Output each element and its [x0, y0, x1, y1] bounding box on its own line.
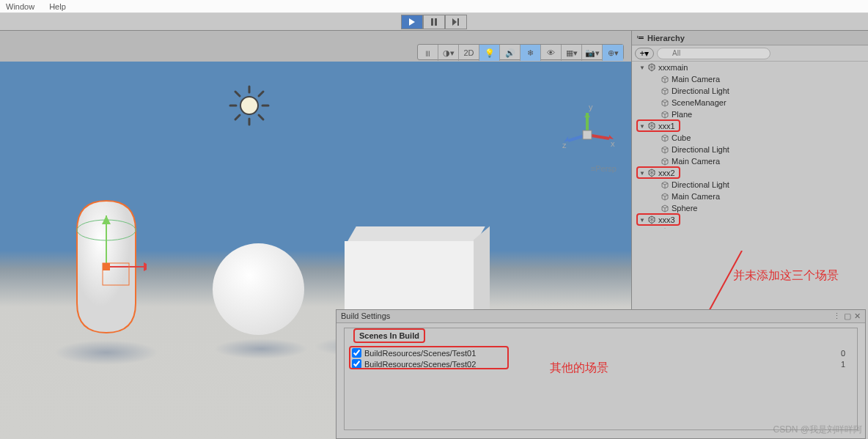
svg-rect-30 — [103, 263, 110, 270]
gameobject-icon — [660, 191, 670, 202]
scene-name-label: xxx2 — [658, 169, 675, 177]
gameobject-row[interactable]: Sphere — [632, 202, 868, 214]
scene-row[interactable]: ▼xxx2 — [632, 167, 868, 179]
unity-scene-icon — [647, 168, 657, 178]
svg-line-10 — [235, 92, 240, 96]
capsule-object[interactable] — [66, 193, 147, 340]
scene-path-label: BuildResources/Scenes/Test01 — [364, 349, 476, 358]
scene-name-label: xxxmain — [658, 63, 688, 72]
svg-text:y: y — [589, 106, 593, 111]
pause-button[interactable] — [423, 15, 445, 29]
scene-name-label: xxx1 — [658, 122, 675, 130]
build-scene-item[interactable]: BuildResources/Scenes/Test010 — [345, 347, 857, 358]
gameobject-row[interactable]: Directional Light — [632, 144, 868, 155]
lighting-toggle-icon[interactable]: 💡 — [479, 45, 500, 61]
scene-index-label: 1 — [841, 360, 850, 369]
svg-rect-2 — [435, 18, 437, 26]
panel-close-icon[interactable]: ✕ — [854, 311, 861, 321]
svg-rect-20 — [583, 130, 592, 139]
unity-scene-icon — [647, 62, 657, 73]
scene-checkbox[interactable] — [352, 348, 361, 358]
gameobject-row[interactable]: Directional Light — [632, 179, 868, 191]
annotation-not-added: 并未添加这三个场景 — [733, 268, 839, 284]
scene-row[interactable]: ▼xxxmain — [632, 62, 868, 73]
menu-help[interactable]: Help — [46, 1, 69, 12]
gameobject-icon — [660, 86, 670, 96]
scene-name-label: xxx3 — [658, 215, 675, 224]
svg-point-5 — [240, 97, 258, 114]
watermark: CSDN @我是刘咩咩阿 — [773, 424, 862, 436]
gameobject-icon — [660, 180, 670, 190]
gameobject-name-label: Cube — [672, 133, 691, 142]
scene-toolbar: ⫼ ◑▾ 2D 💡 🔊 ❄ 👁 ▦▾ 📷▾ ⊕▾ — [417, 44, 624, 60]
scene-index-label: 0 — [841, 349, 850, 358]
gameobject-icon — [660, 133, 670, 143]
scene-row[interactable]: ▼xxx3 — [632, 214, 868, 226]
menu-bar: Window Help — [0, 0, 868, 13]
unity-scene-icon — [647, 215, 657, 225]
gameobject-name-label: Main Camera — [672, 75, 720, 84]
gameobject-row[interactable]: SceneManager — [632, 97, 868, 108]
panel-menu-icon[interactable]: ⋮ — [833, 311, 841, 321]
scene-checkbox[interactable] — [352, 359, 361, 369]
hierarchy-tree[interactable]: ▼xxxmainMain CameraDirectional LightScen… — [632, 62, 868, 229]
gameobject-icon — [660, 203, 670, 213]
gameobject-icon — [660, 109, 670, 119]
gameobject-name-label: Directional Light — [672, 86, 729, 95]
gameobject-name-label: SceneManager — [672, 98, 727, 107]
directional-light-icon — [227, 84, 271, 128]
gizmos-toggle-icon[interactable]: ⊕▾ — [603, 45, 623, 61]
gameobject-row[interactable]: Main Camera — [632, 191, 868, 202]
audio-toggle-icon[interactable]: 🔊 — [500, 45, 521, 61]
svg-rect-4 — [457, 18, 459, 26]
play-button[interactable] — [401, 15, 423, 29]
build-settings-title: Build Settings — [341, 311, 390, 321]
gameobject-name-label: Plane — [672, 110, 692, 119]
scene-row[interactable]: ▼xxx1 — [632, 120, 868, 132]
gameobject-icon — [660, 144, 670, 155]
gameobject-icon — [660, 156, 670, 166]
gameobject-name-label: Sphere — [672, 204, 697, 213]
sphere-object[interactable] — [213, 243, 304, 335]
panel-maximize-icon[interactable]: ▢ — [844, 311, 851, 321]
svg-marker-28 — [144, 262, 147, 271]
gameobject-icon — [660, 74, 670, 84]
svg-marker-17 — [584, 113, 590, 117]
hierarchy-icon: ≔ — [636, 33, 644, 43]
step-button[interactable] — [445, 15, 467, 29]
play-controls-bar — [0, 13, 868, 31]
menu-window[interactable]: Window — [3, 1, 37, 12]
gameobject-row[interactable]: Directional Light — [632, 85, 868, 97]
fx-toggle-icon[interactable]: ❄ — [521, 45, 541, 61]
svg-rect-1 — [431, 18, 433, 26]
gameobject-row[interactable]: Main Camera — [632, 155, 868, 167]
camera-toggle-icon[interactable]: 📷▾ — [582, 45, 603, 61]
hierarchy-search-input[interactable] — [657, 48, 770, 59]
gameobject-row[interactable]: Cube — [632, 132, 868, 144]
svg-line-11 — [259, 115, 263, 119]
svg-text:z: z — [562, 141, 567, 150]
hierarchy-tab-label[interactable]: Hierarchy — [647, 34, 685, 43]
svg-text:x: x — [611, 139, 615, 148]
2d-toggle[interactable]: 2D — [459, 45, 479, 61]
scene-path-label: BuildResources/Scenes/Test02 — [364, 360, 476, 369]
pivot-toggle-icon[interactable]: ⫼ — [418, 45, 438, 61]
gameobject-name-label: Directional Light — [672, 180, 729, 189]
add-button[interactable]: +▾ — [635, 48, 654, 59]
gameobject-row[interactable]: Main Camera — [632, 73, 868, 85]
shading-dropdown-icon[interactable]: ◑▾ — [438, 45, 459, 61]
annotation-other-scenes: 其他的场景 — [550, 361, 608, 376]
svg-marker-0 — [409, 18, 415, 26]
hidden-toggle-icon[interactable]: 👁 — [541, 45, 562, 61]
shadow — [214, 339, 308, 359]
gameobject-row[interactable]: Plane — [632, 108, 868, 120]
svg-line-12 — [259, 92, 263, 96]
gameobject-name-label: Directional Light — [672, 145, 729, 154]
gameobject-icon — [660, 97, 670, 108]
gameobject-name-label: Main Camera — [672, 157, 720, 166]
projection-label: ≡Persp — [591, 164, 617, 173]
grid-toggle-icon[interactable]: ▦▾ — [562, 45, 582, 61]
orientation-gizmo[interactable]: yxz — [558, 106, 617, 164]
svg-line-13 — [235, 115, 240, 119]
shadow — [54, 340, 158, 365]
